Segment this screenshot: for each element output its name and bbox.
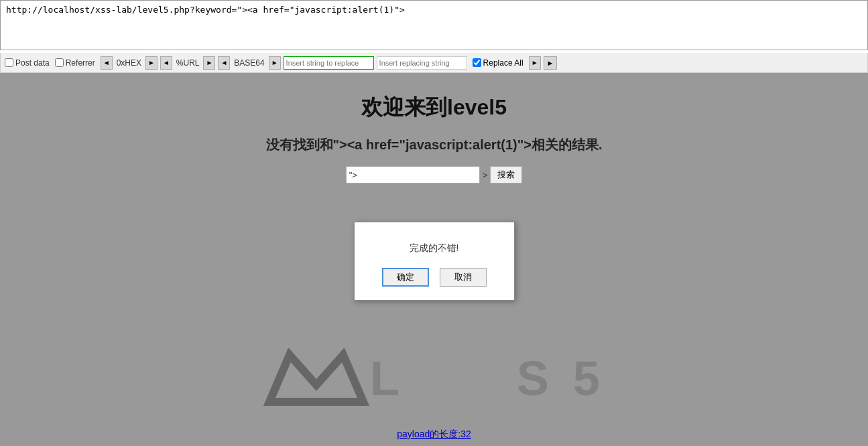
replace-all-checkbox[interactable] xyxy=(473,58,481,67)
base64-label: BASE64 xyxy=(233,58,265,68)
replace-all-label: Replace All xyxy=(483,58,523,68)
hex-arrow-left[interactable] xyxy=(101,56,113,70)
dialog-message: 完成的不错! xyxy=(410,242,459,254)
base64-arrow-right[interactable] xyxy=(269,56,281,70)
base64-arrow-left[interactable] xyxy=(218,56,230,70)
replace-all-group: Replace All xyxy=(473,58,523,68)
referrer-label: Referrer xyxy=(66,58,95,68)
replace-string-input[interactable] xyxy=(284,56,374,70)
replacing-string-input[interactable] xyxy=(377,56,467,70)
post-data-checkbox[interactable] xyxy=(5,58,13,67)
url-input[interactable]: http://localhost/xss-lab/level5.php?keyw… xyxy=(0,0,868,50)
dialog-overlay: 完成的不错! 确定 取消 xyxy=(0,73,868,446)
referrer-group: Referrer xyxy=(55,58,95,68)
execute-button[interactable]: ► xyxy=(544,56,558,70)
replace-arrow-right[interactable] xyxy=(529,56,541,70)
toolbar: Post data Referrer 0xHEX %URL BASE64 Rep… xyxy=(0,53,868,73)
url-label: %URL xyxy=(175,58,201,68)
dialog-buttons: 确定 取消 xyxy=(382,268,487,287)
referrer-checkbox[interactable] xyxy=(55,58,64,67)
url-arrow-right[interactable] xyxy=(203,56,215,70)
post-data-label: Post data xyxy=(15,58,50,68)
dialog-cancel-button[interactable]: 取消 xyxy=(440,268,487,287)
hex-label: 0xHEX xyxy=(115,58,143,68)
post-data-group: Post data xyxy=(5,58,50,68)
main-content: 欢迎来到level5 没有找到和"><a href="javascript:al… xyxy=(0,73,868,446)
url-arrow-left[interactable] xyxy=(160,56,172,70)
dialog-box: 完成的不错! 确定 取消 xyxy=(354,222,515,301)
hex-arrow-right[interactable] xyxy=(145,56,158,70)
dialog-confirm-button[interactable]: 确定 xyxy=(382,268,429,287)
